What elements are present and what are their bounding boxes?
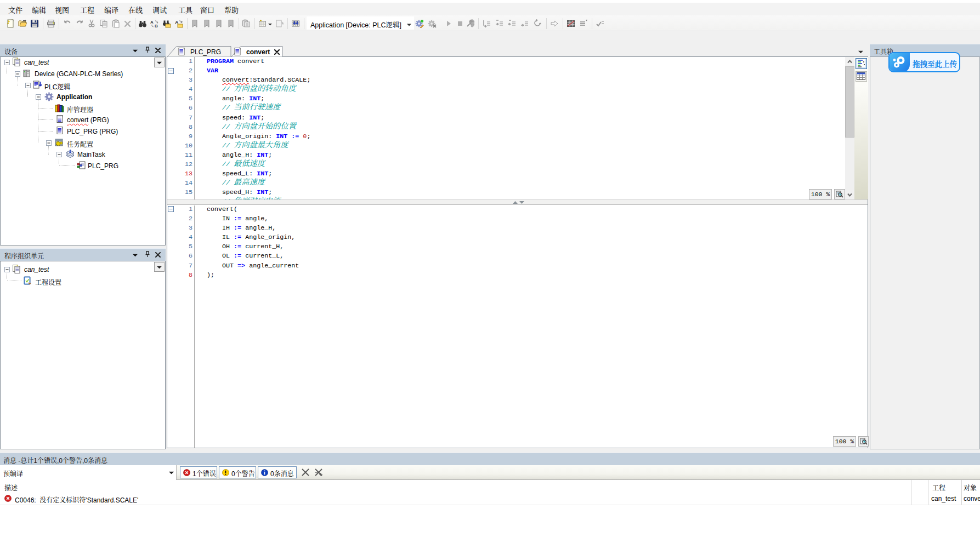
svg-text:B: B	[155, 24, 158, 28]
svg-text:A: A	[150, 20, 154, 25]
